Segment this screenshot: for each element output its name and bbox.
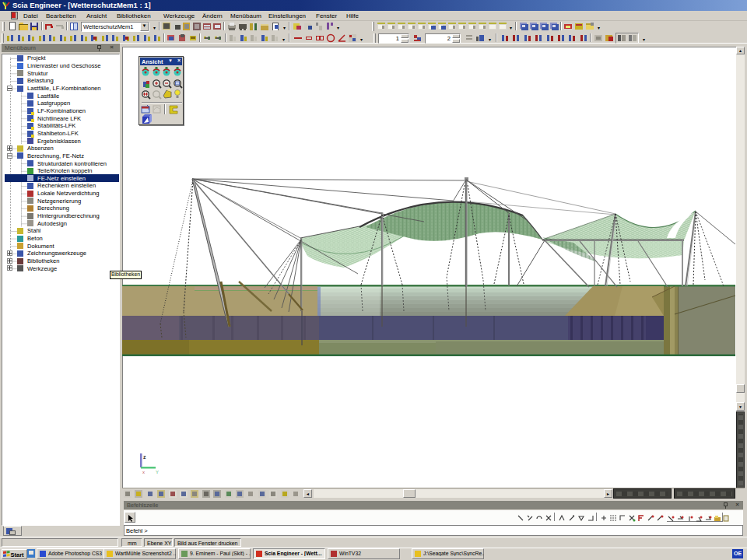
svg-text:x: x — [142, 470, 145, 474]
svg-text:Y: Y — [156, 470, 159, 474]
svg-text:z: z — [143, 454, 146, 460]
